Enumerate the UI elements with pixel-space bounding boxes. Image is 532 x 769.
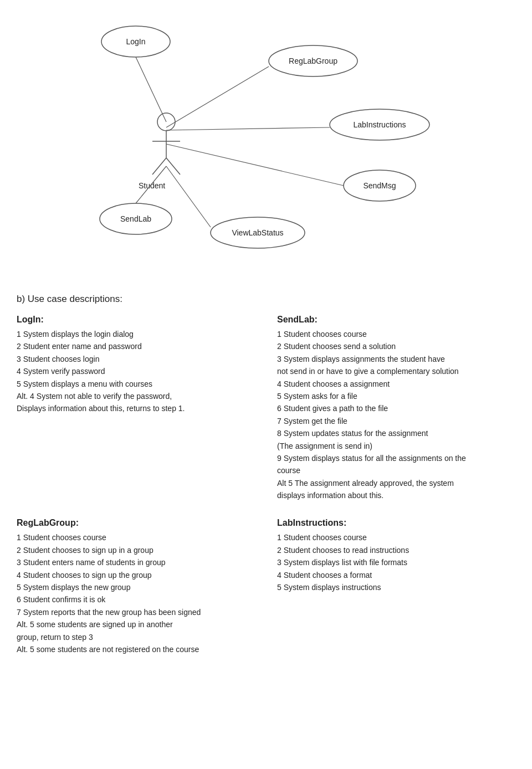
section-line: 1 Student chooses course xyxy=(277,328,515,340)
sendlab-section: SendLab: 1 Student chooses course2 Stude… xyxy=(277,315,515,501)
section-line: Alt. 5 some students are signed up in an… xyxy=(17,618,255,630)
svg-line-21 xyxy=(166,144,344,186)
labinstructions-section: LabInstructions: 1 Student chooses cours… xyxy=(277,518,515,655)
section-line: 2 Student chooses send a solution xyxy=(277,340,515,352)
section-line: 2 Student enter name and password xyxy=(17,340,255,352)
section-line: 4 System verify password xyxy=(17,365,255,377)
section-line: not send in or have to give a complement… xyxy=(277,365,515,377)
section-line: Alt. 4 System not able to verify the pas… xyxy=(17,390,255,402)
section-line: 5 System displays the new group xyxy=(17,581,255,593)
svg-line-16 xyxy=(166,158,180,175)
section-line: 1 Student chooses course xyxy=(17,531,255,544)
section-line: 1 System displays the login dialog xyxy=(17,328,255,340)
section-line: 5 System displays a menu with courses xyxy=(17,378,255,390)
svg-text:RegLabGroup: RegLabGroup xyxy=(289,57,337,65)
section-line: (The assignment is send in) xyxy=(277,440,515,452)
login-section: LogIn: 1 System displays the login dialo… xyxy=(17,315,255,501)
section-line: 3 Student chooses login xyxy=(17,353,255,365)
section-line: Alt 5 The assignment already approved, t… xyxy=(277,477,515,489)
section-line: 3 Student enters name of students in gro… xyxy=(17,556,255,568)
section-line: 4 Student chooses to sign up the group xyxy=(17,569,255,581)
svg-line-20 xyxy=(166,127,330,130)
section-line: Displays information about this, returns… xyxy=(17,402,255,414)
section-line: 9 System displays status for all the ass… xyxy=(277,452,515,464)
section-line: 7 System get the file xyxy=(277,415,515,427)
sendlab-body: 1 Student chooses course2 Student choose… xyxy=(277,328,515,501)
section-line: 1 Student chooses course xyxy=(277,531,515,544)
section-line: 3 System displays list with file formats xyxy=(277,556,515,568)
section-line: 3 System displays assignments the studen… xyxy=(277,353,515,365)
section-line: 2 Student chooses to read instructions xyxy=(277,544,515,556)
section-line: 5 System displays instructions xyxy=(277,581,515,593)
svg-line-18 xyxy=(136,57,166,122)
section-line: displays information about this. xyxy=(277,489,515,501)
section-line: 7 System reports that the new group has … xyxy=(17,606,255,618)
login-title: LogIn: xyxy=(17,315,255,325)
section-line: 6 Student gives a path to the file xyxy=(277,402,515,414)
svg-text:LogIn: LogIn xyxy=(126,37,145,46)
descriptions-title: b) Use case descriptions: xyxy=(17,294,515,305)
section-line: group, return to step 3 xyxy=(17,631,255,643)
sendlab-title: SendLab: xyxy=(277,315,515,325)
uml-diagram: LogIn RegLabGroup LabInstructions SendMs… xyxy=(17,11,515,277)
svg-text:Student: Student xyxy=(139,181,165,190)
section-line: 5 System asks for a file xyxy=(277,390,515,402)
svg-text:ViewLabStatus: ViewLabStatus xyxy=(232,228,283,237)
svg-line-19 xyxy=(166,66,269,127)
section-line: 2 Student chooses to sign up in a group xyxy=(17,544,255,556)
svg-text:SendLab: SendLab xyxy=(120,214,151,223)
svg-text:LabInstructions: LabInstructions xyxy=(354,120,406,129)
reglabgroup-title: RegLabGroup: xyxy=(17,518,255,528)
labinstructions-title: LabInstructions: xyxy=(277,518,515,528)
svg-line-15 xyxy=(152,158,166,175)
reglabgroup-section: RegLabGroup: 1 Student chooses course2 S… xyxy=(17,518,255,655)
section-line: course xyxy=(277,464,515,476)
section-line: 4 Student chooses a format xyxy=(277,569,515,581)
svg-text:SendMsg: SendMsg xyxy=(363,181,396,190)
section-line: 4 Student chooses a assignment xyxy=(277,378,515,390)
section-line: 6 Student confirms it is ok xyxy=(17,593,255,606)
reglabgroup-body: 1 Student chooses course2 Student choose… xyxy=(17,531,255,655)
section-line: 8 System updates status for the assignme… xyxy=(277,427,515,439)
svg-line-23 xyxy=(166,166,211,227)
section-line: Alt. 5 some students are not registered … xyxy=(17,643,255,655)
labinstructions-body: 1 Student chooses course2 Student choose… xyxy=(277,531,515,593)
login-body: 1 System displays the login dialog2 Stud… xyxy=(17,328,255,415)
